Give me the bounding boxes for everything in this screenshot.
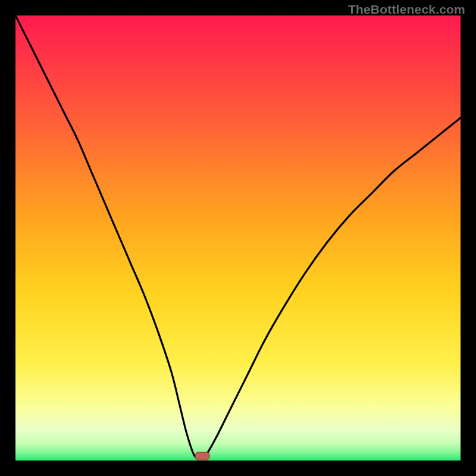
chart-svg (15, 15, 461, 461)
chart-plot-area (15, 15, 461, 461)
optimal-marker (195, 452, 209, 460)
chart-frame: TheBottleneck.com (0, 0, 476, 476)
watermark-text: TheBottleneck.com (348, 2, 465, 17)
